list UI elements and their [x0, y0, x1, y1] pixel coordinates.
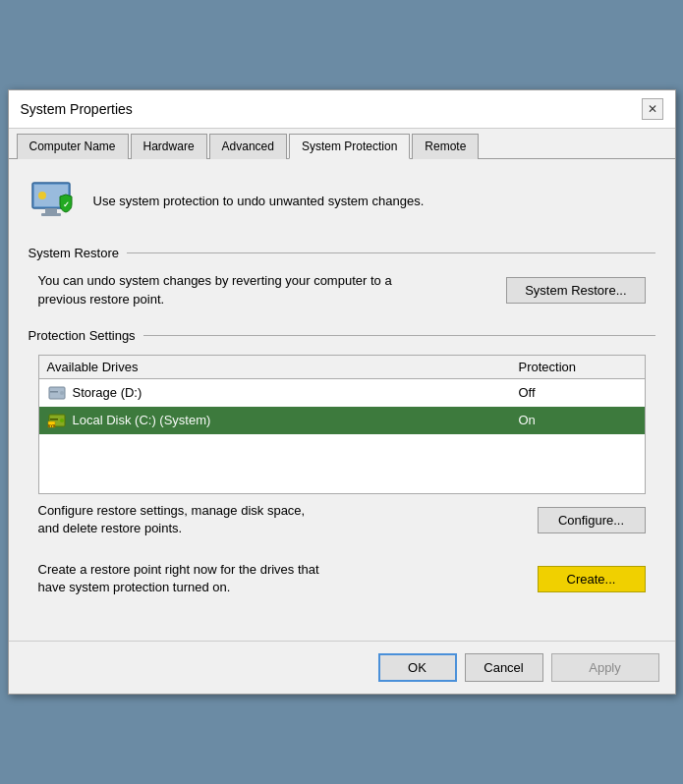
protection-settings-section: Protection Settings Available Drives Pro… [28, 328, 655, 605]
svg-text:✓: ✓ [62, 200, 69, 209]
tab-remote[interactable]: Remote [412, 134, 479, 159]
system-protection-icon: ✓ [28, 175, 80, 226]
title-bar: System Properties ✕ [9, 90, 675, 129]
cancel-button[interactable]: Cancel [465, 653, 543, 682]
system-restore-label: System Restore [28, 246, 655, 260]
apply-button[interactable]: Apply [551, 653, 659, 682]
svg-rect-11 [50, 419, 58, 420]
svg-rect-8 [50, 391, 58, 393]
svg-text:SYS: SYS [47, 422, 55, 427]
system-restore-description: You can undo system changes by reverting… [38, 272, 412, 308]
table-row[interactable]: SYS Local Disk (C:) (System) On [39, 407, 645, 434]
tab-computer-name[interactable]: Computer Name [17, 134, 129, 159]
local-disk-icon: SYS [47, 411, 67, 430]
table-empty-space [39, 434, 645, 493]
svg-point-10 [60, 419, 64, 422]
create-button[interactable]: Create... [538, 566, 646, 592]
drives-table: Available Drives Protection Storage (D:)… [38, 355, 646, 494]
system-restore-button[interactable]: System Restore... [506, 277, 645, 304]
bottom-bar: OK Cancel Apply [9, 641, 675, 694]
drive-name-storage: Storage (D:) [73, 385, 519, 400]
svg-point-5 [38, 192, 46, 199]
system-properties-dialog: System Properties ✕ Computer Name Hardwa… [8, 89, 676, 694]
tab-bar: Computer Name Hardware Advanced System P… [9, 129, 675, 159]
create-description: Create a restore point right now for the… [38, 561, 319, 596]
table-header: Available Drives Protection [39, 356, 645, 379]
tab-advanced[interactable]: Advanced [209, 134, 287, 159]
tab-content: ✓ Use system protection to undo unwanted… [9, 159, 675, 640]
ok-button[interactable]: OK [378, 653, 457, 682]
header-section: ✓ Use system protection to undo unwanted… [28, 175, 655, 226]
tab-hardware[interactable]: Hardware [131, 134, 207, 159]
system-restore-body: You can undo system changes by reverting… [28, 272, 655, 308]
system-restore-section: System Restore You can undo system chang… [28, 246, 655, 308]
col-drives-header: Available Drives [47, 360, 519, 374]
dialog-title: System Properties [21, 101, 133, 117]
table-row[interactable]: Storage (D:) Off [39, 379, 645, 407]
drive-protection-local: On [519, 413, 637, 427]
header-description: Use system protection to undo unwanted s… [93, 194, 425, 208]
drive-name-local: Local Disk (C:) (System) [73, 413, 519, 427]
configure-button[interactable]: Configure... [538, 507, 646, 533]
drive-protection-storage: Off [519, 385, 637, 400]
close-button[interactable]: ✕ [642, 98, 663, 120]
col-protection-header: Protection [519, 360, 637, 374]
svg-rect-2 [45, 208, 57, 213]
configure-description: Configure restore settings, manage disk … [38, 502, 306, 537]
create-row: Create a restore point right now for the… [28, 553, 655, 604]
svg-rect-3 [41, 213, 61, 216]
tab-system-protection[interactable]: System Protection [289, 134, 410, 159]
storage-drive-icon [47, 383, 67, 403]
configure-row: Configure restore settings, manage disk … [28, 494, 655, 545]
svg-point-7 [60, 391, 64, 395]
protection-settings-label: Protection Settings [28, 328, 655, 343]
